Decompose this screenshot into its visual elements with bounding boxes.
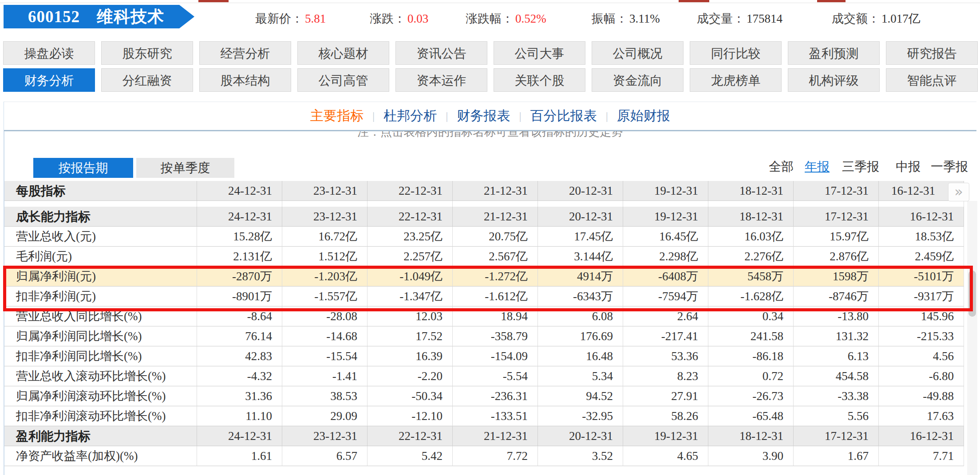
indicator-value: 18.53亿 bbox=[879, 227, 964, 247]
indicator-value: 6.13 bbox=[794, 346, 879, 366]
indicator-value: -12.10 bbox=[368, 406, 453, 426]
report-filter[interactable]: 三季报 bbox=[842, 158, 879, 175]
subnav-link[interactable]: 百分比报表 bbox=[530, 107, 597, 125]
section-row-date: 21-12-31 bbox=[453, 207, 538, 227]
report-filter[interactable]: 全部 bbox=[769, 158, 794, 175]
indicator-label[interactable]: 营业总收入(元) bbox=[16, 230, 96, 243]
quote-stat: 成交量：175814 bbox=[697, 11, 782, 27]
indicator-value: 6.57 bbox=[282, 446, 368, 466]
indicator-value: 31.36 bbox=[197, 386, 282, 406]
indicator-value: 3.52 bbox=[538, 446, 623, 466]
scrollbar-thumb[interactable] bbox=[968, 271, 976, 317]
nav-tab[interactable]: 龙虎榜单 bbox=[690, 68, 782, 92]
table-row: 营业总收入滚动环比增长(%)-4.32-1.41-2.20-5.545.348.… bbox=[4, 366, 964, 386]
table-header-date: 24-12-31 bbox=[197, 181, 282, 201]
indicator-value: -1.612亿 bbox=[453, 287, 538, 306]
nav-tab[interactable]: 核心题材 bbox=[297, 41, 389, 65]
by-single-quarter-button[interactable]: 按单季度 bbox=[136, 158, 234, 178]
indicator-value: 4.56 bbox=[879, 346, 964, 366]
indicator-value: 3.90 bbox=[708, 446, 794, 466]
subnav-link[interactable]: 杜邦分析 bbox=[383, 107, 437, 125]
nav-tab[interactable]: 股东研究 bbox=[101, 41, 193, 65]
table-row: 归属净利润滚动环比增长(%)31.3638.53-50.34-236.3194.… bbox=[4, 386, 964, 406]
nav-tab[interactable]: 资讯公告 bbox=[395, 41, 487, 65]
indicator-value: -5.54 bbox=[453, 366, 538, 386]
table-row: 成长能力指标24-12-3123-12-3122-12-3121-12-3120… bbox=[4, 207, 964, 227]
subnav-link[interactable]: 原始财报 bbox=[617, 107, 670, 125]
report-filter[interactable]: 一季报 bbox=[931, 158, 968, 175]
indicator-value: -13.80 bbox=[794, 306, 879, 326]
section-row-date: 19-12-31 bbox=[623, 426, 708, 446]
table-row: 毛利润(元)2.131亿1.512亿2.257亿2.567亿3.144亿2.29… bbox=[4, 247, 964, 267]
indicator-label[interactable]: 营业总收入同比增长(%) bbox=[16, 310, 142, 323]
indicator-label[interactable]: 净资产收益率(加权)(%) bbox=[16, 449, 138, 463]
expand-columns-icon[interactable]: » bbox=[948, 183, 969, 201]
nav-tab[interactable]: 分红融资 bbox=[101, 68, 193, 92]
indicator-value: -1.049亿 bbox=[368, 267, 453, 287]
gap-cell bbox=[794, 201, 879, 207]
nav-tab[interactable]: 公司概况 bbox=[592, 41, 684, 65]
subnav-link[interactable]: 主要指标 bbox=[310, 107, 364, 125]
nav-tab[interactable]: 操盘必读 bbox=[3, 41, 95, 65]
nav-tab[interactable]: 智能点评 bbox=[886, 68, 978, 92]
gap-cell bbox=[453, 201, 538, 207]
subnav-link[interactable]: 财务报表 bbox=[457, 107, 510, 125]
subnav-bar: 主要指标|杜邦分析|财务报表|百分比报表|原始财报 bbox=[4, 102, 976, 131]
nav-tab[interactable]: 同行比较 bbox=[690, 41, 782, 65]
nav-tab[interactable]: 资本运作 bbox=[395, 68, 487, 92]
nav-tab[interactable]: 机构评级 bbox=[788, 68, 880, 92]
indicator-value: -14.68 bbox=[282, 326, 368, 346]
table-row: 扣非净利润(元)-8901万-1.557亿-1.347亿-1.612亿-6343… bbox=[4, 287, 964, 306]
indicator-value: 7.71 bbox=[879, 446, 964, 466]
section-row-date: 24-12-31 bbox=[197, 426, 282, 446]
indicator-value: 1598万 bbox=[794, 267, 879, 287]
indicator-value: 23.25亿 bbox=[368, 227, 453, 247]
top-edge-artifact bbox=[198, 0, 229, 2]
indicator-value: 18.94 bbox=[453, 306, 538, 326]
report-filter[interactable]: 年报 bbox=[805, 158, 830, 175]
section-row-date: 19-12-31 bbox=[623, 207, 708, 227]
indicator-label-cell: 扣非净利润滚动环比增长(%) bbox=[4, 406, 197, 426]
indicator-value: 16.39 bbox=[368, 346, 453, 366]
indicator-label[interactable]: 归属净利润(元) bbox=[16, 270, 96, 283]
nav-tab[interactable]: 公司大事 bbox=[494, 41, 585, 65]
indicator-value: -15.54 bbox=[282, 346, 368, 366]
indicator-label[interactable]: 扣非净利润(元) bbox=[16, 290, 96, 303]
table-row: 归属净利润同比增长(%)76.14-14.6817.52-358.79176.6… bbox=[4, 326, 964, 346]
indicator-label[interactable]: 扣非净利润同比增长(%) bbox=[16, 349, 142, 363]
indicator-label[interactable]: 归属净利润滚动环比增长(%) bbox=[16, 389, 166, 403]
indicator-label[interactable]: 扣非净利润滚动环比增长(%) bbox=[16, 409, 166, 423]
indicator-value: 94.52 bbox=[538, 386, 623, 406]
indicator-value: 12.03 bbox=[368, 306, 453, 326]
scrollbar-rail[interactable] bbox=[967, 201, 977, 475]
indicator-value: -154.09 bbox=[453, 346, 538, 366]
top-edge-artifact bbox=[817, 0, 846, 2]
indicator-label[interactable]: 归属净利润同比增长(%) bbox=[16, 330, 142, 343]
indicator-value: 454.58 bbox=[794, 366, 879, 386]
section-row-date: 24-12-31 bbox=[197, 207, 282, 227]
nav-tab[interactable]: 财务分析 bbox=[3, 68, 95, 92]
indicator-value: 2.276亿 bbox=[708, 247, 794, 267]
nav-tab[interactable]: 经营分析 bbox=[199, 41, 291, 65]
nav-tab[interactable]: 股本结构 bbox=[199, 68, 291, 92]
quote-stat-value: 5.81 bbox=[305, 12, 326, 25]
table-row: 营业总收入同比增长(%)-8.64-28.0812.0318.946.082.6… bbox=[4, 306, 964, 326]
section-row-date: 16-12-31 bbox=[879, 426, 964, 446]
report-filter[interactable]: 中报 bbox=[896, 158, 921, 175]
indicator-value: -1.41 bbox=[282, 366, 368, 386]
nav-tab[interactable]: 资金流向 bbox=[592, 68, 684, 92]
indicator-label[interactable]: 营业总收入滚动环比增长(%) bbox=[16, 369, 166, 383]
nav-tab[interactable]: 盈利预测 bbox=[788, 41, 880, 65]
subnav-separator: | bbox=[519, 110, 522, 123]
indicator-value: 15.28亿 bbox=[197, 227, 282, 247]
gap-cell bbox=[879, 201, 964, 207]
nav-tab[interactable]: 关联个股 bbox=[494, 68, 585, 92]
table-row: 每股指标24-12-3123-12-3122-12-3121-12-3120-1… bbox=[4, 181, 964, 201]
nav-tab[interactable]: 研究报告 bbox=[886, 41, 978, 65]
indicator-label[interactable]: 毛利润(元) bbox=[16, 250, 72, 263]
indicator-value: 1.67 bbox=[794, 446, 879, 466]
indicator-value: -8.64 bbox=[197, 306, 282, 326]
section-row-date: 20-12-31 bbox=[538, 426, 623, 446]
by-report-period-button[interactable]: 按报告期 bbox=[33, 158, 133, 178]
nav-tab[interactable]: 公司高管 bbox=[297, 68, 389, 92]
